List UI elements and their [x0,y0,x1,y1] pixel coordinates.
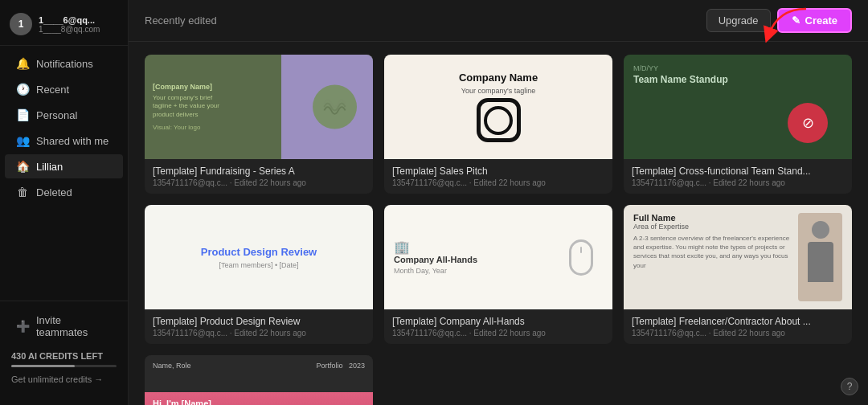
user-name: 1____6@qq... [39,15,100,25]
card-fundraising[interactable]: [Company Name] Your company's brieftagli… [145,55,373,194]
card-info: [Template] Freelancer/Contractor About .… [624,309,852,344]
card-title: [Template] Product Design Review [153,316,365,327]
credits-label: 430 AI CREDITS LEFT [11,351,117,361]
card-sales-pitch[interactable]: Company Name Your company's tagline [Tem… [384,55,612,194]
sidebar-item-deleted[interactable]: 🗑 Deleted [5,180,123,204]
card-info: [Template] Fundraising - Series A 135471… [145,159,373,194]
card-title: [Template] Cross-functional Team Stand..… [632,166,844,177]
card-cross-functional[interactable]: M/D/YY Team Name Standup ⊘ [Template] Cr… [624,55,852,194]
create-icon: ✎ [792,14,800,27]
create-button[interactable]: ✎ ✎ Create Create [777,8,852,33]
card-thumb-product: Product Design Review [Team members] • [… [145,205,373,309]
credits-bar [11,365,117,367]
sidebar-item-invite[interactable]: ➕ Invite teammates [5,309,123,344]
card-info: [Template] Company All-Hands 1354711176@… [384,309,612,344]
card-meta: 1354711176@qq.c... · Edited 22 hours ago [392,329,604,338]
clock-icon: 🕐 [16,83,29,96]
upgrade-button[interactable]: Upgrade [706,9,771,32]
sidebar-item-lillian[interactable]: 🏠 Lillian [5,154,123,178]
card-info: [Template] Product Design Review 1354711… [145,309,373,344]
card-all-hands[interactable]: 🏢 Company All-Hands Month Day, Year [Tem… [384,205,612,344]
sidebar-item-label: Lillian [36,161,63,173]
card-thumb-fundraising: [Company Name] Your company's brieftagli… [145,55,373,159]
card-info: [Template] Cross-functional Team Stand..… [624,159,852,194]
credits-link[interactable]: Get unlimited credits → [11,374,103,384]
add-person-icon: ➕ [16,320,29,333]
help-button[interactable]: ? [841,378,858,395]
cards-grid: [Company Name] Your company's brieftagli… [145,55,852,405]
sidebar-item-label: Deleted [36,186,72,198]
card-thumb-sales: Company Name Your company's tagline [384,55,612,159]
card-meta: 1354711176@qq.c... · Edited 22 hours ago [153,329,365,338]
card-title: [Template] Company All-Hands [392,316,604,327]
card-meta: 1354711176@qq.c... · Edited 22 hours ago [392,178,604,187]
sidebar-item-label: Notifications [36,58,93,70]
sidebar-item-recent[interactable]: 🕐 Recent [5,77,123,101]
people-icon: 👥 [16,134,29,147]
header-title: Recently edited [145,14,217,27]
card-meta: 1354711176@qq.c... · Edited 22 hours ago [632,329,844,338]
card-product-design[interactable]: Product Design Review [Team members] • [… [145,205,373,344]
credits-section: 430 AI CREDITS LEFT Get unlimited credit… [0,345,128,392]
card-title: [Template] Freelancer/Contractor About .… [632,316,844,327]
card-thumb-portfolio: Name, Role Portfolio 2023 Hi, I'm [Name]… [145,355,373,405]
credits-bar-fill [11,365,75,367]
sidebar-item-notifications[interactable]: 🔔 Notifications [5,51,123,76]
card-freelancer[interactable]: Full Name Area of Expertise A 2-3 senten… [624,205,852,344]
card-title: [Template] Sales Pitch [392,166,604,177]
main-area: Recently edited Upgrade ✎ ✎ Create Creat… [129,0,868,405]
sidebar-item-label: Shared with me [36,135,108,147]
card-thumb-allhands: 🏢 Company All-Hands Month Day, Year [384,205,612,309]
card-title: [Template] Fundraising - Series A [153,166,365,177]
sidebar-item-label: Recent [36,84,69,96]
trash-icon: 🗑 [16,186,29,198]
header-actions: Upgrade ✎ ✎ Create Create [706,8,852,33]
sidebar: 1 1____6@qq... 1____8@qq.com 🔔 Notificat… [0,0,129,405]
card-thumb-cross: M/D/YY Team Name Standup ⊘ [624,55,852,159]
content-area: [Company Name] Your company's brieftagli… [129,42,868,405]
doc-icon: 📄 [16,108,29,121]
invite-label: Invite teammates [36,314,112,338]
sidebar-item-label: Personal [36,109,77,121]
card-meta: 1354711176@qq.c... · Edited 22 hours ago [153,178,365,187]
avatar: 1 [10,13,32,35]
card-thumb-freelancer: Full Name Area of Expertise A 2-3 senten… [624,205,852,309]
user-info[interactable]: 1 1____6@qq... 1____8@qq.com [0,6,128,46]
home-icon: 🏠 [16,160,29,173]
bell-icon: 🔔 [16,57,29,70]
user-email: 1____8@qq.com [39,25,100,34]
card-portfolio[interactable]: Name, Role Portfolio 2023 Hi, I'm [Name]… [145,355,373,405]
sidebar-item-shared[interactable]: 👥 Shared with me [5,129,123,153]
card-meta: 1354711176@qq.c... · Edited 22 hours ago [632,178,844,187]
card-info: [Template] Sales Pitch 1354711176@qq.c..… [384,159,612,194]
sidebar-item-personal[interactable]: 📄 Personal [5,103,123,127]
header: Recently edited Upgrade ✎ ✎ Create Creat… [129,0,868,42]
